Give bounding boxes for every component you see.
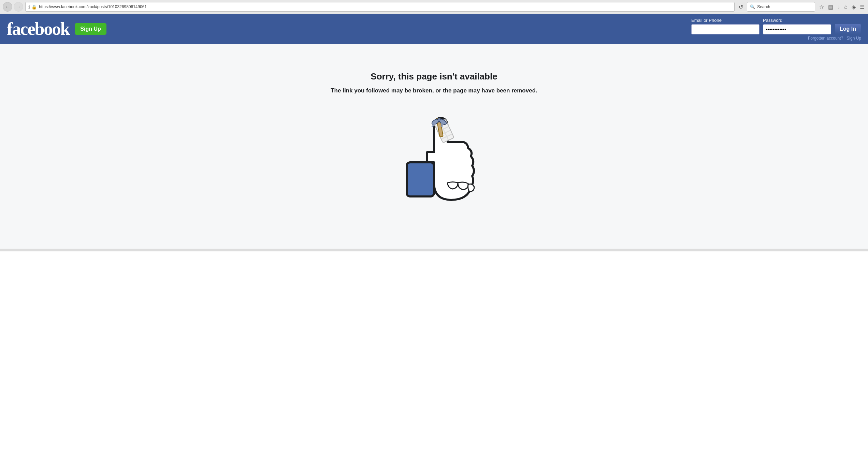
signup-button[interactable]: Sign Up: [75, 23, 106, 35]
main-content: Sorry, this page isn't available The lin…: [0, 44, 868, 249]
email-label: Email or Phone: [691, 18, 760, 23]
login-button[interactable]: Log In: [835, 24, 861, 34]
browser-chrome: ← → ℹ 🔒 ↺ 🔍 ☆ ▤ ↓ ⌂ ◈ ☰: [0, 0, 868, 14]
password-label: Password: [763, 18, 831, 23]
facebook-logo: facebook: [7, 20, 69, 38]
email-input[interactable]: [691, 24, 760, 34]
broken-thumbs-up-illustration: [386, 108, 482, 203]
bookmark-button[interactable]: ☆: [819, 3, 825, 11]
menu-button[interactable]: ☰: [859, 3, 865, 11]
home-button[interactable]: ⌂: [843, 3, 848, 11]
address-bar-icons: ℹ 🔒: [28, 4, 37, 10]
logo-section: facebook Sign Up: [7, 20, 106, 38]
address-bar: ℹ 🔒: [25, 2, 735, 12]
email-field-group: Email or Phone: [691, 18, 760, 34]
url-input[interactable]: [39, 4, 732, 9]
facebook-header: facebook Sign Up Email or Phone Password…: [0, 14, 868, 44]
search-icon: 🔍: [750, 4, 755, 9]
search-input[interactable]: [757, 4, 812, 9]
lock-icon: 🔒: [31, 4, 37, 10]
password-field-group: Password: [763, 18, 831, 34]
info-icon: ℹ: [28, 4, 30, 10]
scroll-hint: [0, 249, 868, 251]
extra-links: Forgotten account? Sign Up: [808, 36, 861, 41]
forgotten-account-link[interactable]: Forgotten account?: [808, 36, 843, 41]
login-section: Email or Phone Password Log In Forgotten…: [691, 18, 861, 41]
error-title: Sorry, this page isn't available: [371, 71, 497, 82]
nav-buttons: ← →: [3, 2, 23, 12]
forward-button[interactable]: →: [14, 2, 23, 12]
bookmarks-bar-button[interactable]: ▤: [827, 3, 834, 11]
login-fields: Email or Phone Password Log In: [691, 18, 861, 34]
download-button[interactable]: ↓: [837, 3, 841, 11]
browser-toolbar: ← → ℹ 🔒 ↺ 🔍 ☆ ▤ ↓ ⌂ ◈ ☰: [0, 0, 868, 14]
password-input[interactable]: [763, 24, 831, 34]
pocket-button[interactable]: ◈: [851, 3, 856, 11]
signup-link[interactable]: Sign Up: [847, 36, 861, 41]
svg-rect-0: [407, 162, 434, 196]
error-subtitle: The link you followed may be broken, or …: [331, 87, 537, 94]
toolbar-icons: ☆ ▤ ↓ ⌂ ◈ ☰: [819, 3, 865, 11]
search-bar: 🔍: [747, 2, 815, 12]
reload-button[interactable]: ↺: [737, 3, 745, 11]
back-button[interactable]: ←: [3, 2, 12, 12]
